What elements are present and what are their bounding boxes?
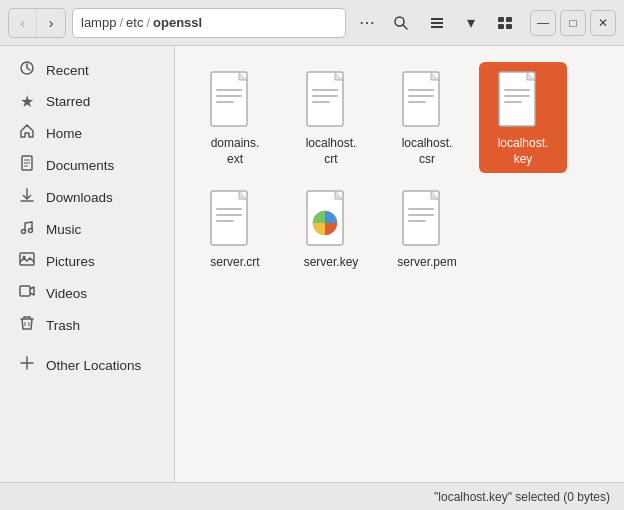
main: Recent ★ Starred Home Documents Download… — [0, 46, 624, 482]
file-icon-localhost-key — [497, 70, 549, 132]
svg-point-16 — [22, 230, 26, 234]
svg-line-1 — [403, 25, 407, 29]
file-icon-server-pem — [401, 189, 453, 251]
file-icon-server-key — [305, 189, 357, 251]
recent-icon — [18, 60, 36, 80]
view-actions: ▾ — [422, 8, 520, 38]
svg-rect-6 — [506, 17, 512, 22]
sidebar-item-downloads[interactable]: Downloads — [4, 182, 170, 212]
downloads-label: Downloads — [46, 190, 156, 205]
music-label: Music — [46, 222, 156, 237]
file-name-domains-ext: domains.ext — [211, 136, 260, 167]
file-name-localhost-crt: localhost.crt — [306, 136, 357, 167]
videos-icon — [18, 283, 36, 303]
file-area: domains.ext localhost.crt — [175, 46, 624, 482]
nav-buttons: ‹ › — [8, 8, 66, 38]
file-icon-localhost-csr — [401, 70, 453, 132]
file-name-server-crt: server.crt — [210, 255, 259, 271]
minimize-button[interactable]: — — [530, 10, 556, 36]
back-button[interactable]: ‹ — [9, 9, 37, 37]
maximize-button[interactable]: □ — [560, 10, 586, 36]
view-grid-button[interactable] — [490, 8, 520, 38]
other-locations-icon — [18, 355, 36, 375]
file-item-localhost-csr[interactable]: localhost.csr — [383, 62, 471, 173]
svg-rect-2 — [431, 18, 443, 20]
file-item-server-crt[interactable]: server.crt — [191, 181, 279, 277]
trash-icon — [18, 315, 36, 335]
videos-label: Videos — [46, 286, 156, 301]
file-item-localhost-key[interactable]: localhost.key — [479, 62, 567, 173]
view-toggle-button[interactable]: ▾ — [456, 8, 486, 38]
sidebar-item-home[interactable]: Home — [4, 118, 170, 148]
svg-rect-7 — [498, 24, 504, 29]
starred-icon: ★ — [18, 92, 36, 111]
statusbar-text: "localhost.key" selected (0 bytes) — [434, 490, 610, 504]
file-name-server-key: server.key — [304, 255, 359, 271]
sidebar-item-trash[interactable]: Trash — [4, 310, 170, 340]
file-item-localhost-crt[interactable]: localhost.crt — [287, 62, 375, 173]
svg-rect-4 — [431, 26, 443, 28]
file-icon-localhost-crt — [305, 70, 357, 132]
file-item-server-pem[interactable]: server.pem — [383, 181, 471, 277]
sidebar-item-videos[interactable]: Videos — [4, 278, 170, 308]
documents-icon — [18, 155, 36, 175]
documents-label: Documents — [46, 158, 156, 173]
downloads-icon — [18, 187, 36, 207]
pictures-label: Pictures — [46, 254, 156, 269]
sidebar: Recent ★ Starred Home Documents Download… — [0, 46, 175, 482]
file-icon-domains-ext — [209, 70, 261, 132]
svg-rect-3 — [431, 22, 443, 24]
breadcrumb-sep-1: / — [119, 15, 123, 30]
file-name-server-pem: server.pem — [397, 255, 456, 271]
recent-label: Recent — [46, 63, 156, 78]
statusbar: "localhost.key" selected (0 bytes) — [0, 482, 624, 510]
svg-rect-5 — [498, 17, 504, 22]
file-name-localhost-csr: localhost.csr — [402, 136, 453, 167]
breadcrumb-part-3: openssl — [153, 15, 202, 30]
breadcrumb-part-1: lampp — [81, 15, 116, 30]
header-actions: ⋯ — [352, 8, 416, 38]
other-locations-label: Other Locations — [46, 358, 156, 373]
home-label: Home — [46, 126, 156, 141]
close-button[interactable]: ✕ — [590, 10, 616, 36]
home-icon — [18, 123, 36, 143]
view-list-button[interactable] — [422, 8, 452, 38]
breadcrumb-part-2: etc — [126, 15, 143, 30]
sidebar-item-music[interactable]: Music — [4, 214, 170, 244]
trash-label: Trash — [46, 318, 156, 333]
window-controls: — □ ✕ — [530, 10, 616, 36]
svg-rect-8 — [506, 24, 512, 29]
pictures-icon — [18, 251, 36, 271]
file-item-domains-ext[interactable]: domains.ext — [191, 62, 279, 173]
file-item-server-key[interactable]: server.key — [287, 181, 375, 277]
breadcrumb[interactable]: lampp / etc / openssl — [72, 8, 346, 38]
music-icon — [18, 219, 36, 239]
menu-button[interactable]: ⋯ — [352, 8, 382, 38]
sidebar-item-recent[interactable]: Recent — [4, 55, 170, 85]
breadcrumb-sep-2: / — [146, 15, 150, 30]
starred-label: Starred — [46, 94, 156, 109]
svg-point-17 — [29, 229, 33, 233]
file-name-localhost-key: localhost.key — [498, 136, 549, 167]
sidebar-item-other-locations[interactable]: Other Locations — [4, 350, 170, 380]
sidebar-item-pictures[interactable]: Pictures — [4, 246, 170, 276]
file-icon-server-crt — [209, 189, 261, 251]
search-button[interactable] — [386, 8, 416, 38]
forward-button[interactable]: › — [37, 9, 65, 37]
sidebar-item-starred[interactable]: ★ Starred — [4, 87, 170, 116]
svg-rect-20 — [20, 286, 30, 296]
sidebar-item-documents[interactable]: Documents — [4, 150, 170, 180]
header: ‹ › lampp / etc / openssl ⋯ ▾ — [0, 0, 624, 46]
